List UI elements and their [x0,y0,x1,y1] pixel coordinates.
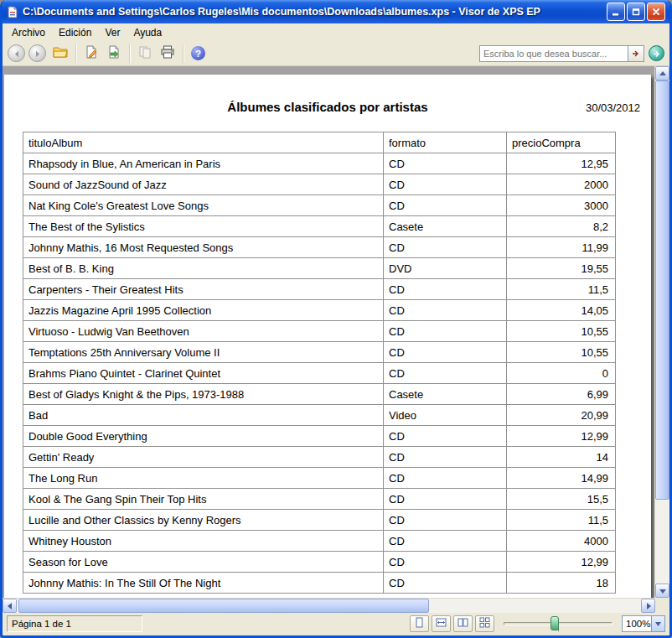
table-cell: Casete [384,384,507,405]
table-cell: 10,55 [507,342,616,363]
table-row: Best of Gladys Knight & the Pips, 1973-1… [23,384,616,405]
zoom-slider[interactable] [504,615,613,632]
table-cell: Virtuoso - Ludwig Van Beethoven [23,321,384,342]
printer-icon [160,45,175,62]
document-pencil-icon [85,45,98,62]
zoom-level-select[interactable]: 100% [622,615,665,632]
forward-button[interactable] [28,44,46,62]
document-arrow-icon [107,45,121,62]
table-cell: 6,99 [507,384,616,405]
table-cell: Whitney Houston [23,531,384,552]
table-cell: Gettin' Ready [23,447,384,468]
one-page-icon [414,616,425,631]
save-as-button[interactable] [80,44,101,64]
search-go-button[interactable] [628,45,644,62]
back-button[interactable] [8,44,25,62]
horizontal-scrollbar[interactable] [3,598,655,613]
toolbar: ? [3,41,669,66]
table-cell: 12,99 [507,426,616,447]
table-cell: CD [384,195,507,216]
help-button[interactable]: ? [188,44,209,64]
table-cell: CD [384,426,507,447]
back-arrow-icon [13,46,20,61]
table-cell: CD [384,342,507,363]
table-cell: Season for Love [23,552,384,573]
document-area: Álbumes clasificados por artistas 30/03/… [3,66,669,598]
table-cell: CD [384,321,507,342]
zoom-slider-thumb[interactable] [551,616,559,630]
status-bar: Página 1 de 1 100% [3,613,669,635]
menu-edicion[interactable]: Edición [52,25,98,40]
table-row: Jazzis Magazine April 1995 CollectionCD1… [23,300,616,321]
open-button[interactable] [49,44,70,64]
document-viewport[interactable]: Álbumes clasificados por artistas 30/03/… [3,66,654,598]
table-row: Whitney HoustonCD4000 [23,531,616,552]
vertical-scroll-track[interactable] [655,80,669,584]
table-cell: 2000 [507,174,616,195]
table-cell: 11,5 [507,279,616,300]
zoom-level-value: 100% [623,619,651,629]
two-pages-icon [457,616,468,631]
report-title: Álbumes clasificados por artistas [4,100,651,115]
table-cell: Nat King Cole's Greatest Love Songs [23,195,384,216]
menu-ver[interactable]: Ver [98,25,127,40]
table-cell: CD [384,489,507,510]
table-row: Double Good EverythingCD12,99 [23,426,616,447]
scroll-right-button[interactable] [641,599,655,613]
table-cell: 14 [507,447,616,468]
maximize-button[interactable] [627,3,645,21]
search-arrow-icon [632,46,640,61]
copy-button[interactable] [134,44,155,64]
minimize-button[interactable] [607,3,625,21]
export-button[interactable] [103,44,124,64]
one-page-view-button[interactable] [410,615,429,632]
table-cell: CD [384,468,507,489]
vertical-scrollbar[interactable] [654,66,669,598]
table-cell: Double Good Everything [23,426,384,447]
table-cell: CD [384,447,507,468]
fit-width-button[interactable] [432,615,451,632]
horizontal-scroll-track[interactable] [17,599,641,613]
scroll-left-button[interactable] [3,599,17,613]
table-cell: 12,95 [507,153,616,174]
print-button[interactable] [157,44,178,64]
table-cell: 20,99 [507,405,616,426]
menu-ayuda[interactable]: Ayuda [127,25,168,40]
open-folder-icon [53,46,68,61]
table-row: Carpenters - Their Greatest HitsCD11,5 [23,279,616,300]
title-bar[interactable]: C:\Documents and Settings\Carlos Rugeles… [3,0,669,23]
two-page-view-button[interactable] [453,615,473,632]
table-row: Virtuoso - Ludwig Van BeethovenCD10,55 [23,321,616,342]
menu-archivo[interactable]: Archivo [5,25,52,40]
table-cell: Brahms Piano Quintet - Clarinet Quintet [23,363,384,384]
xps-document-icon [7,6,18,18]
toolbar-separator [183,44,184,63]
table-cell: CD [384,552,507,573]
table-row: The Long RunCD14,99 [23,468,616,489]
table-cell: Rhapsody in Blue, An American in Paris [23,153,384,174]
table-cell: 19,55 [507,258,616,279]
search-box [479,45,664,62]
table-row: Best of B. B. KingDVD19,55 [23,258,616,279]
scroll-down-button[interactable] [655,584,669,598]
table-cell: Jazzis Magazine April 1995 Collection [23,300,384,321]
table-row: Brahms Piano Quintet - Clarinet QuintetC… [23,363,616,384]
table-cell: 12,99 [507,552,616,573]
help-icon: ? [191,46,205,60]
thumbnails-view-button[interactable] [475,615,494,632]
table-cell: CD [384,279,507,300]
table-cell: CD [384,573,507,594]
table-cell: CD [384,510,507,531]
chevron-down-icon[interactable] [651,616,664,631]
table-cell: Bad [23,405,384,426]
page-indicator: Página 1 de 1 [7,615,142,632]
scroll-up-button[interactable] [655,66,669,80]
horizontal-scroll-thumb[interactable] [18,599,429,613]
close-button[interactable] [647,3,665,21]
table-row: Rhapsody in Blue, An American in ParisCD… [23,153,616,174]
toolbar-separator [129,44,131,63]
search-next-button[interactable] [649,45,664,61]
forward-arrow-icon [34,46,41,61]
search-input[interactable] [479,45,628,62]
vertical-scroll-thumb[interactable] [655,80,669,500]
